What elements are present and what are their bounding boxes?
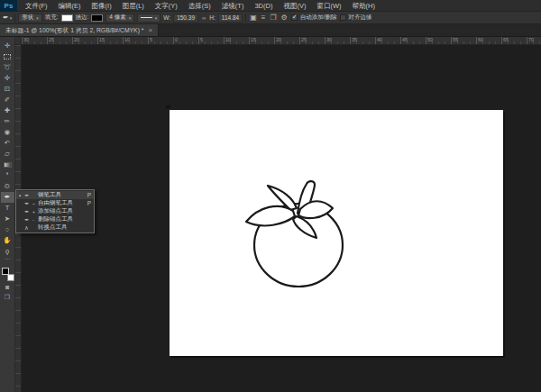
menu-item-label: 删除锚点工具 bbox=[38, 215, 84, 223]
ruler-tick: 45 bbox=[400, 37, 426, 44]
canvas[interactable] bbox=[170, 110, 503, 356]
auto-add-delete-label: 自动添加/删除 bbox=[300, 14, 337, 22]
pen-tool-icon: ✒ bbox=[3, 14, 9, 22]
shape-width-input[interactable]: 150.39 bbox=[173, 14, 198, 23]
menu-item[interactable]: 图层(L) bbox=[117, 0, 150, 12]
pen-tool[interactable]: ✒ bbox=[1, 192, 14, 203]
screen-mode-button[interactable]: ❐ bbox=[2, 293, 14, 301]
menu-item[interactable]: 帮助(H) bbox=[347, 0, 381, 12]
brush-tool[interactable]: ✏ bbox=[1, 116, 14, 127]
gear-icon[interactable]: ⚙ bbox=[280, 14, 289, 22]
clone-stamp-tool[interactable]: ◉ bbox=[1, 127, 14, 138]
menu-item[interactable]: 图像(I) bbox=[87, 0, 117, 12]
crop-tool[interactable]: ⊡ bbox=[1, 84, 14, 95]
pen-tool-flyout-menu: • ✒ 钢笔工具 P ✒ ~ 自由钢笔工具 P ✒ + 添加锚点工具 ✒ - 删… bbox=[15, 189, 95, 233]
tool-mode-dropdown[interactable]: 形状 ▾ bbox=[18, 14, 42, 23]
ruler-tick: 35 bbox=[350, 37, 375, 44]
ruler-tick: 5 bbox=[198, 37, 224, 44]
link-dimensions-icon[interactable]: ∞ bbox=[201, 15, 206, 21]
ruler-tick: 15 bbox=[97, 37, 123, 44]
tomato-line-drawing bbox=[170, 110, 503, 356]
ruler-tick: 30 bbox=[22, 37, 47, 44]
edit-toolbar-button[interactable]: ⋯ bbox=[5, 257, 11, 264]
path-selection-tool[interactable]: ➤ bbox=[1, 214, 14, 224]
menu-item[interactable]: 窗口(W) bbox=[311, 0, 346, 12]
convert-point-tool-item[interactable]: ∧ 转换点工具 bbox=[16, 223, 94, 232]
lasso-tool[interactable]: ➰ bbox=[1, 62, 14, 73]
ellipse-tool[interactable]: ○ bbox=[1, 224, 14, 235]
document-tab-bar: 未标题-1 @ 100%(形状 1 拷贝 2, RGB/8#/CMYK) * × bbox=[0, 24, 541, 37]
close-icon[interactable]: × bbox=[148, 26, 152, 34]
align-edges-checkbox[interactable] bbox=[340, 14, 346, 21]
dodge-tool[interactable]: ⊙ bbox=[1, 181, 14, 192]
align-edges-label: 对齐边缘 bbox=[349, 14, 372, 22]
history-brush-tool[interactable]: ↶ bbox=[1, 138, 14, 149]
fill-color-swatch[interactable] bbox=[61, 14, 73, 22]
background-color-swatch[interactable] bbox=[7, 274, 14, 281]
convert-point-tool-icon: ∧ bbox=[24, 224, 32, 232]
menu-item[interactable]: 编辑(E) bbox=[53, 0, 87, 12]
path-arrangement-icon[interactable]: ❐ bbox=[269, 14, 277, 22]
document-title: 未标题-1 @ 100%(形状 1 拷贝 2, RGB/8#/CMYK) * bbox=[5, 26, 143, 35]
pen-tool-item[interactable]: • ✒ 钢笔工具 P bbox=[16, 191, 94, 199]
path-alignment-icon[interactable]: ≡ bbox=[261, 14, 267, 22]
rectangular-marquee-tool[interactable] bbox=[1, 51, 14, 62]
blur-tool[interactable]: ❜ bbox=[1, 170, 14, 181]
menu-item[interactable]: 文字(Y) bbox=[150, 0, 183, 12]
path-operations-icon[interactable]: ▣ bbox=[249, 14, 258, 22]
width-label: W: bbox=[163, 14, 170, 21]
stroke-width-dropdown[interactable]: 4 像素 ▾ bbox=[105, 14, 134, 23]
quick-selection-tool[interactable]: ✣ bbox=[1, 73, 14, 84]
horizontal-type-tool[interactable]: T bbox=[1, 203, 14, 214]
chevron-down-icon: ▾ bbox=[129, 15, 132, 21]
foreground-color-swatch[interactable] bbox=[2, 268, 9, 275]
stroke-color-swatch[interactable] bbox=[91, 14, 103, 22]
ruler-tick: 65 bbox=[501, 37, 527, 44]
ruler-tick: 30 bbox=[325, 37, 350, 44]
tools-panel: ✛ ➰ ✣ ⊡ ✐ ✚ bbox=[0, 37, 15, 392]
ruler-tick: 10 bbox=[123, 37, 148, 44]
tool-options-bar: ✒ ▾ 形状 ▾ 填充: 描边: 4 像素 ▾ ▾ W: 150.39 ∞ H:… bbox=[0, 12, 541, 24]
menu-item[interactable]: 文件(F) bbox=[20, 0, 53, 12]
freeform-pen-tool-item[interactable]: ✒ ~ 自由钢笔工具 P bbox=[16, 199, 94, 207]
shortcut-key: P bbox=[86, 192, 91, 198]
move-tool[interactable]: ✛ bbox=[1, 41, 14, 51]
photoshop-logo: Ps bbox=[0, 0, 17, 12]
solid-line-icon bbox=[141, 17, 151, 18]
separator bbox=[14, 14, 15, 23]
color-swatches[interactable] bbox=[1, 267, 14, 281]
gradient-tool[interactable] bbox=[1, 160, 14, 170]
add-anchor-point-tool-item[interactable]: ✒ + 添加锚点工具 bbox=[16, 207, 94, 215]
eraser-tool[interactable]: ▱ bbox=[1, 149, 14, 160]
document-tab[interactable]: 未标题-1 @ 100%(形状 1 拷贝 2, RGB/8#/CMYK) * × bbox=[0, 24, 159, 36]
menu-item[interactable]: 视图(V) bbox=[278, 0, 311, 12]
stroke-type-dropdown[interactable]: ▾ bbox=[137, 14, 160, 23]
hand-tool[interactable]: ✋ bbox=[1, 235, 14, 246]
selected-bullet: • bbox=[19, 193, 23, 198]
menu-item[interactable]: 3D(D) bbox=[249, 0, 278, 12]
ruler-tick: 70 bbox=[527, 37, 541, 44]
tool-modifier: - bbox=[32, 217, 36, 223]
ruler-tick: 25 bbox=[47, 37, 72, 44]
menu-bar: Ps 文件(F) 编辑(E) 图像(I) 图层(L) 文字(Y) 选择(S) 滤… bbox=[0, 0, 541, 12]
photoshop-window: { "app": { "logo": "Ps" }, "menubar": { … bbox=[0, 0, 541, 392]
ruler-tick: 25 bbox=[299, 37, 325, 44]
tool-modifier: + bbox=[32, 209, 36, 214]
separator bbox=[245, 14, 246, 23]
ruler-tick: 5 bbox=[148, 37, 173, 44]
auto-add-delete-checkbox[interactable] bbox=[291, 14, 298, 21]
eyedropper-tool[interactable]: ✐ bbox=[1, 95, 14, 105]
menu-item[interactable]: 滤镜(T) bbox=[216, 0, 250, 12]
chevron-down-icon: ▾ bbox=[10, 15, 13, 21]
menu-item[interactable]: 选择(S) bbox=[183, 0, 216, 12]
horizontal-ruler[interactable]: 30 25 20 15 10 5 0 5 10 15 20 25 30 35 4… bbox=[22, 37, 541, 45]
shape-height-input[interactable]: 114.84 bbox=[218, 14, 243, 23]
ruler-tick: 0 bbox=[173, 37, 198, 44]
tool-preset-picker[interactable]: ✒ ▾ bbox=[3, 14, 12, 22]
delete-anchor-point-tool-icon: ✒ bbox=[24, 216, 32, 223]
menu-item-label: 钢笔工具 bbox=[38, 191, 84, 199]
spot-healing-brush-tool[interactable]: ✚ bbox=[1, 105, 14, 116]
chevron-down-icon: ▾ bbox=[155, 15, 158, 21]
delete-anchor-point-tool-item[interactable]: ✒ - 删除锚点工具 bbox=[16, 215, 94, 223]
quick-mask-button[interactable]: ◙ bbox=[2, 283, 14, 291]
